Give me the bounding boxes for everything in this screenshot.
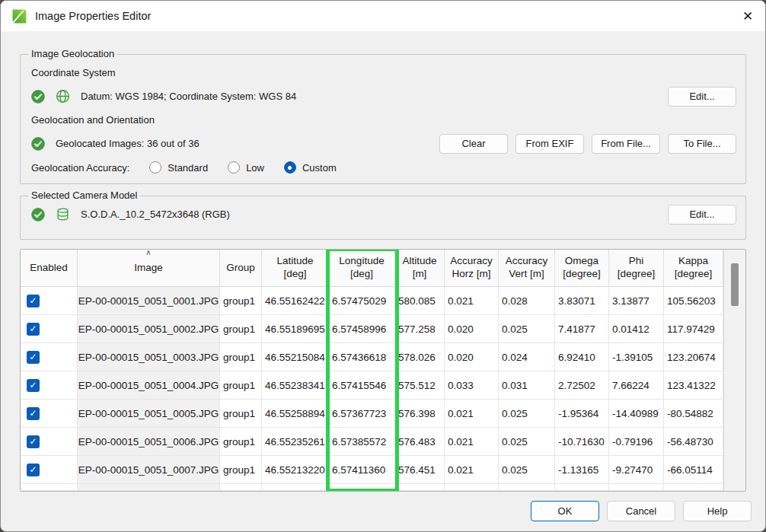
cell-enabled[interactable] bbox=[21, 484, 78, 491]
cell-group[interactable]: group1 bbox=[220, 371, 262, 400]
edit-coordinate-system-button[interactable]: Edit... bbox=[668, 87, 736, 107]
cell-phi[interactable]: -14.40989 bbox=[609, 400, 664, 428]
close-button[interactable]: ✕ bbox=[730, 1, 765, 31]
cell-latitude[interactable]: 46.55215084 bbox=[262, 343, 329, 371]
help-button[interactable]: Help bbox=[683, 501, 752, 521]
cell-acc_vert[interactable]: 0.025 bbox=[499, 456, 555, 484]
cell-group[interactable]: group1 bbox=[220, 287, 262, 315]
cell-acc_horz[interactable]: 0.021 bbox=[445, 456, 499, 484]
cell-altitude[interactable]: 576.483 bbox=[395, 428, 445, 456]
cell-image[interactable]: EP-00-00015_0051_0006.JPG bbox=[78, 428, 220, 456]
clear-button[interactable]: Clear bbox=[439, 134, 508, 154]
cell-latitude[interactable]: 46.55162422 bbox=[262, 287, 329, 315]
enabled-cell[interactable]: ✓ bbox=[21, 287, 78, 315]
cell-longitude[interactable]: 6.57415546 bbox=[329, 371, 395, 400]
enabled-checkbox[interactable]: ✓ bbox=[27, 379, 40, 392]
enabled-cell[interactable]: ✓ bbox=[21, 400, 78, 428]
cell-kappa[interactable]: 123.20674 bbox=[664, 343, 723, 371]
radio-unselected-icon[interactable] bbox=[228, 161, 240, 174]
cell-omega[interactable] bbox=[555, 484, 609, 491]
enabled-cell[interactable]: ✓ bbox=[21, 456, 78, 484]
column-header-latitude[interactable]: Latitude [deg] bbox=[262, 250, 329, 287]
radio-unselected-icon[interactable] bbox=[149, 161, 161, 174]
cell-omega[interactable]: -10.71630 bbox=[555, 428, 609, 456]
vertical-scrollbar[interactable] bbox=[723, 250, 745, 491]
cell-acc_horz[interactable]: 0.021 bbox=[445, 428, 499, 456]
cell-phi[interactable]: -9.27470 bbox=[609, 456, 664, 484]
cell-image[interactable]: EP-00-00015_0051_0003.JPG bbox=[78, 343, 220, 371]
cell-image[interactable]: EP-00-00015_0051_0001.JPG bbox=[78, 287, 220, 315]
cell-omega[interactable]: 6.92410 bbox=[555, 343, 609, 371]
enabled-cell[interactable]: ✓ bbox=[21, 343, 78, 371]
cell-acc_horz[interactable]: 0.021 bbox=[445, 400, 499, 428]
cell-latitude[interactable]: 46.55235261 bbox=[262, 428, 329, 456]
cell-altitude[interactable]: 576.451 bbox=[395, 456, 445, 484]
column-header-acc_horz[interactable]: Accuracy Horz [m] bbox=[445, 250, 499, 287]
cell-kappa[interactable]: 117.97429 bbox=[664, 315, 723, 343]
accuracy-option-standard[interactable]: Standard bbox=[149, 161, 208, 174]
to-file-button[interactable]: To File... bbox=[668, 134, 736, 154]
column-header-kappa[interactable]: Kappa [degree] bbox=[664, 250, 723, 287]
cell-acc_vert[interactable]: 0.031 bbox=[499, 371, 555, 400]
from-file-button[interactable]: From File... bbox=[592, 134, 660, 154]
column-header-phi[interactable]: Phi [degree] bbox=[609, 250, 664, 287]
cell-kappa[interactable]: 123.41322 bbox=[664, 371, 723, 400]
cell-longitude[interactable]: 6.57475029 bbox=[329, 287, 395, 315]
cell-image[interactable]: EP-00-00015_0051_0005.JPG bbox=[78, 400, 220, 428]
enabled-checkbox[interactable]: ✓ bbox=[27, 295, 40, 307]
title-bar[interactable]: Image Properties Editor ✕ bbox=[1, 1, 765, 31]
ok-button[interactable]: OK bbox=[531, 501, 599, 521]
cell-image[interactable] bbox=[78, 484, 220, 491]
cell-omega[interactable]: 7.41877 bbox=[555, 315, 609, 343]
accuracy-option-custom[interactable]: Custom bbox=[284, 161, 337, 174]
cell-image[interactable]: EP-00-00015_0051_0007.JPG bbox=[78, 456, 220, 484]
column-header-acc_vert[interactable]: Accuracy Vert [m] bbox=[499, 250, 555, 287]
cell-acc_horz[interactable]: 0.033 bbox=[445, 371, 499, 400]
cell-acc_horz[interactable] bbox=[445, 484, 499, 491]
column-header-altitude[interactable]: Altitude [m] bbox=[395, 250, 445, 287]
cell-group[interactable]: group1 bbox=[220, 400, 262, 428]
cell-image[interactable]: EP-00-00015_0051_0002.JPG bbox=[78, 315, 220, 343]
cell-phi[interactable]: -0.79196 bbox=[609, 428, 664, 456]
column-header-image[interactable]: ∧Image bbox=[78, 250, 220, 287]
cell-group[interactable]: group1 bbox=[220, 343, 262, 371]
cell-omega[interactable]: -1.95364 bbox=[555, 400, 609, 428]
cell-altitude[interactable]: 575.512 bbox=[395, 371, 445, 400]
cell-group[interactable]: group1 bbox=[220, 428, 262, 456]
cell-altitude[interactable]: 578.026 bbox=[395, 343, 445, 371]
cell-longitude[interactable]: 6.57385572 bbox=[329, 428, 395, 456]
cell-group[interactable]: group1 bbox=[220, 456, 262, 484]
cell-acc_vert[interactable]: 0.028 bbox=[499, 287, 555, 315]
cell-omega[interactable]: 3.83071 bbox=[555, 287, 609, 315]
cell-longitude[interactable] bbox=[329, 484, 395, 491]
cell-phi[interactable]: 7.66224 bbox=[609, 371, 664, 400]
radio-selected-icon[interactable] bbox=[284, 161, 296, 174]
cell-altitude[interactable]: 580.085 bbox=[395, 287, 445, 315]
cell-acc_horz[interactable]: 0.020 bbox=[445, 315, 499, 343]
cell-kappa[interactable]: 105.56203 bbox=[664, 287, 723, 315]
cell-acc_vert[interactable]: 0.025 bbox=[499, 400, 555, 428]
cell-kappa[interactable]: -56.48730 bbox=[664, 428, 723, 456]
enabled-cell[interactable]: ✓ bbox=[21, 315, 78, 343]
cell-longitude[interactable]: 6.57458996 bbox=[329, 315, 395, 343]
cell-phi[interactable] bbox=[609, 484, 664, 491]
column-header-enabled[interactable]: Enabled bbox=[21, 250, 78, 287]
enabled-checkbox[interactable]: ✓ bbox=[27, 435, 40, 448]
cell-altitude[interactable] bbox=[395, 484, 445, 491]
enabled-checkbox[interactable]: ✓ bbox=[27, 323, 40, 336]
cell-latitude[interactable]: 46.55258894 bbox=[262, 400, 329, 428]
cell-group[interactable] bbox=[220, 484, 262, 491]
enabled-cell[interactable]: ✓ bbox=[21, 428, 78, 456]
cell-acc_vert[interactable]: 0.025 bbox=[499, 428, 555, 456]
cell-latitude[interactable]: 46.55189695 bbox=[262, 315, 329, 343]
cell-group[interactable]: group1 bbox=[220, 315, 262, 343]
accuracy-option-low[interactable]: Low bbox=[228, 161, 264, 174]
cell-phi[interactable]: 3.13877 bbox=[609, 287, 664, 315]
cell-acc_horz[interactable]: 0.020 bbox=[445, 343, 499, 371]
column-header-longitude[interactable]: Longitude [deg] bbox=[329, 250, 395, 287]
cell-acc_horz[interactable]: 0.021 bbox=[445, 287, 499, 315]
cell-phi[interactable]: 0.01412 bbox=[609, 315, 664, 343]
cell-longitude[interactable]: 6.57367723 bbox=[329, 400, 395, 428]
cell-latitude[interactable]: 46.55238341 bbox=[262, 371, 329, 400]
cell-longitude[interactable]: 6.57411360 bbox=[329, 456, 395, 484]
